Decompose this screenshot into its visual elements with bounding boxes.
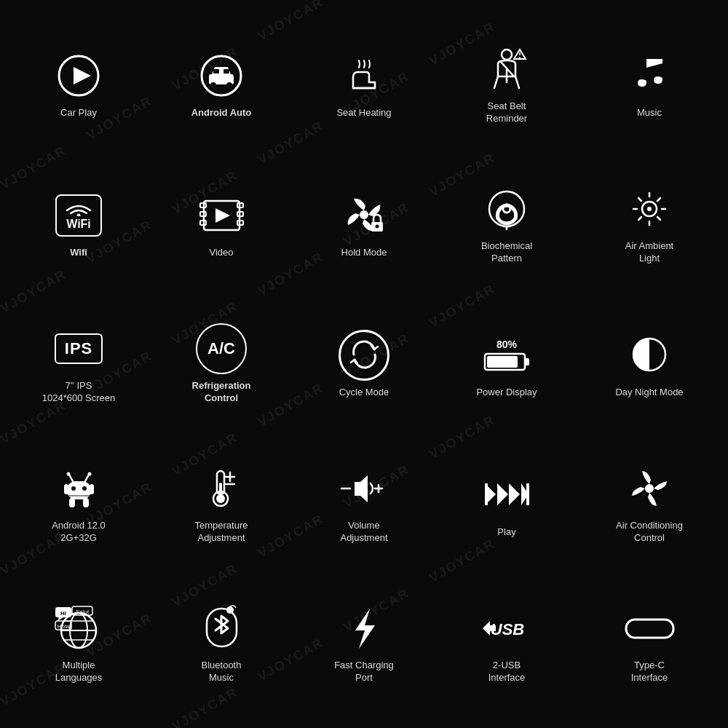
cell-biochemical: BiochemicalPattern — [435, 154, 578, 294]
svg-rect-43 — [525, 358, 529, 365]
bluetooth-label: BluetoothMusic — [202, 660, 242, 684]
wifi-icon: WiFi — [50, 190, 108, 241]
air-ambient-label: Air AmbientLight — [625, 240, 673, 265]
temperature-label: TemperatureAdjustment — [195, 520, 248, 545]
svg-rect-55 — [69, 498, 75, 507]
svg-point-15 — [77, 213, 81, 216]
air-ambient-icon — [620, 183, 678, 234]
seat-belt-icon — [478, 44, 536, 95]
svg-point-88 — [226, 606, 234, 614]
cell-android-auto: Android Auto — [150, 15, 293, 154]
play-icon — [478, 470, 536, 521]
cell-cycle-mode: Cycle Mode — [293, 294, 435, 434]
power-display-label: Power Display — [476, 387, 537, 399]
air-conditioning-label: Air ConditioningControl — [616, 520, 683, 545]
play-label: Play — [497, 526, 515, 539]
cell-fast-charging: Fast ChargingPort — [293, 574, 435, 713]
svg-rect-56 — [83, 498, 89, 507]
svg-point-75 — [645, 484, 654, 493]
seat-belt-label: Seat BeltReminder — [486, 100, 527, 125]
cell-air-conditioning: Air ConditioningControl — [578, 434, 721, 574]
usb-label: 2-USBInterface — [488, 660, 526, 684]
svg-point-47 — [71, 486, 76, 491]
cell-languages: Hi Salut Hola MultipleLanguages — [7, 574, 150, 713]
day-night-label: Day Night Mode — [615, 387, 683, 399]
cycle-mode-label: Cycle Mode — [339, 387, 389, 399]
android-auto-label: Android Auto — [191, 107, 252, 119]
svg-marker-65 — [355, 475, 368, 502]
cell-bluetooth: BluetoothMusic — [150, 574, 293, 713]
svg-line-38 — [657, 198, 660, 201]
music-icon — [620, 50, 678, 101]
cell-ips-screen: IPS 7'' IPS1024*600 Screen — [7, 294, 150, 434]
temperature-icon — [192, 463, 250, 514]
svg-point-4 — [210, 82, 216, 88]
cell-wifi: WiFi Wifi — [7, 154, 150, 294]
type-c-label: Type-CInterface — [631, 660, 668, 684]
volume-label: VolumeAdjustment — [340, 520, 387, 545]
cell-car-play: Car Play — [7, 15, 150, 154]
car-play-icon — [50, 50, 108, 101]
biochemical-icon — [478, 183, 536, 234]
cell-video: Video — [150, 154, 293, 294]
svg-rect-92 — [626, 620, 673, 638]
svg-marker-89 — [355, 609, 375, 649]
cell-day-night: Day Night Mode — [578, 294, 721, 434]
svg-marker-23 — [215, 208, 230, 223]
languages-label: MultipleLanguages — [55, 660, 102, 684]
svg-point-52 — [87, 472, 91, 475]
svg-point-26 — [375, 225, 379, 229]
svg-text:USB: USB — [490, 620, 524, 638]
refrigeration-label: RefrigerationControl — [192, 380, 251, 405]
cell-type-c: Type-CInterface — [578, 574, 721, 713]
cell-play: Play — [435, 434, 578, 574]
video-label: Video — [209, 247, 233, 259]
wifi-text: WiFi — [66, 218, 91, 231]
svg-line-37 — [657, 217, 660, 220]
hold-mode-icon — [335, 190, 393, 241]
seat-heating-label: Seat Heating — [336, 107, 391, 119]
cell-seat-heating: Seat Heating — [293, 15, 435, 154]
svg-rect-7 — [223, 69, 229, 74]
svg-rect-6 — [213, 69, 219, 74]
video-icon — [192, 190, 250, 241]
cell-temperature: TemperatureAdjustment — [150, 434, 293, 574]
svg-text:Hola: Hola — [58, 623, 70, 630]
refrigeration-icon: A/C — [192, 323, 250, 374]
svg-line-50 — [85, 475, 89, 481]
languages-icon: Hi Salut Hola — [50, 603, 108, 654]
svg-point-8 — [502, 50, 512, 60]
cell-hold-mode: Hold Mode — [293, 154, 435, 294]
cell-seat-belt: Seat BeltReminder — [435, 15, 578, 154]
air-conditioning-icon — [620, 463, 678, 514]
cell-power-display: 80% Power Display — [435, 294, 578, 434]
svg-line-49 — [69, 475, 73, 481]
svg-text:Hi: Hi — [60, 610, 66, 617]
android-icon — [50, 463, 108, 514]
music-label: Music — [637, 107, 662, 119]
volume-icon — [335, 463, 393, 514]
svg-marker-72 — [509, 483, 520, 505]
svg-rect-54 — [90, 484, 94, 494]
feature-grid: Car Play Android Auto — [0, 0, 728, 728]
svg-point-51 — [66, 472, 70, 475]
svg-point-48 — [82, 486, 87, 491]
fast-charging-label: Fast ChargingPort — [334, 660, 394, 684]
svg-point-24 — [360, 210, 368, 219]
cycle-mode-icon — [335, 330, 393, 381]
cell-music: Music — [578, 15, 721, 154]
type-c-icon — [620, 603, 678, 654]
hold-mode-label: Hold Mode — [341, 247, 387, 259]
ac-circle: A/C — [196, 323, 247, 374]
usb-icon: USB — [478, 603, 536, 654]
android-label: Android 12.02G+32G — [52, 520, 106, 545]
svg-rect-53 — [64, 484, 68, 494]
cell-air-ambient: Air AmbientLight — [578, 154, 721, 294]
biochemical-label: BiochemicalPattern — [481, 240, 532, 265]
android-auto-icon — [192, 50, 250, 101]
svg-marker-1 — [74, 67, 91, 84]
cell-android: Android 12.02G+32G — [7, 434, 150, 574]
svg-line-39 — [638, 217, 641, 220]
svg-rect-70 — [485, 483, 488, 505]
car-play-label: Car Play — [60, 107, 97, 119]
